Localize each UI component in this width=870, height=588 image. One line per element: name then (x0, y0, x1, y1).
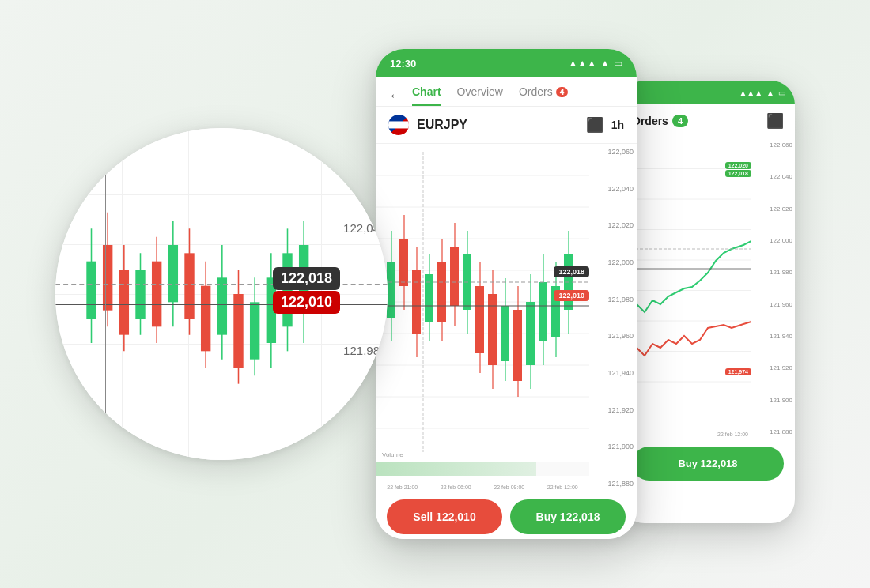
sec-bid-label: 121,974 (725, 368, 751, 375)
sec-buy-button[interactable]: Buy 122,018 (632, 447, 784, 481)
buy-button[interactable]: Buy 122,018 (510, 499, 626, 534)
sec-title: Orders (632, 115, 668, 127)
svg-rect-11 (168, 245, 178, 302)
y-val-6: 121,940 (592, 369, 634, 377)
sec-y-4: 121,980 (754, 269, 792, 276)
battery-icon: ▭ (614, 58, 622, 69)
svg-rect-63 (539, 282, 547, 341)
sec-y-1: 122,040 (754, 173, 792, 180)
tab-overview[interactable]: Overview (457, 85, 503, 106)
mag-y-label-bottom: 121,98 (343, 344, 380, 357)
status-bar: 12:30 ▲▲▲ ▲ ▭ (376, 49, 637, 77)
svg-rect-45 (425, 274, 433, 322)
sec-x-label: 22 feb 12:00 (717, 432, 751, 437)
back-button[interactable]: ← (388, 88, 403, 104)
y-val-3: 122,000 (592, 258, 634, 266)
volume-fill (376, 462, 536, 476)
sec-y-9: 121,880 (754, 428, 792, 435)
svg-rect-57 (501, 306, 509, 361)
price-bid-label: 122,010 (554, 290, 589, 301)
sec-chart-icon[interactable]: ⬛ (766, 112, 784, 130)
sec-ask-labels: 122,020 122,018 (725, 162, 751, 177)
sec-chart-area: 122,060 122,040 122,020 122,000 121,980 … (621, 138, 795, 439)
sec-battery-icon: ▭ (778, 89, 785, 97)
y-val-9: 121,880 (592, 480, 634, 488)
nav-tabs: Chart Overview Orders 4 (412, 85, 624, 106)
status-time: 12:30 (390, 58, 416, 70)
y-val-0: 122,060 (592, 148, 634, 156)
sec-wifi-icon: ▲ (766, 89, 774, 97)
tab-orders[interactable]: Orders 4 (519, 85, 568, 106)
sec-y-8: 121,900 (754, 397, 792, 404)
phone-main-container: 12:30 ▲▲▲ ▲ ▭ ← Chart Overview Orders (376, 49, 637, 539)
main-candle-chart (376, 144, 589, 460)
sec-ask-upper: 122,020 (725, 162, 751, 169)
svg-rect-9 (152, 262, 161, 327)
svg-rect-49 (450, 247, 459, 306)
sec-status-bar: ▲▲▲ ▲ ▭ (621, 81, 795, 104)
candlestick-icon[interactable]: ⬛ (586, 116, 603, 134)
svg-rect-39 (387, 262, 395, 318)
signal-icon: ▲ (600, 58, 610, 69)
sec-signal-icon: ▲▲▲ (739, 89, 762, 97)
tab-chart[interactable]: Chart (412, 85, 441, 106)
timeframe-label[interactable]: 1h (611, 119, 624, 131)
svg-rect-15 (201, 286, 210, 352)
y-val-7: 121,920 (592, 406, 634, 414)
x-val-0: 22 feb 21:00 (387, 484, 418, 490)
svg-rect-55 (488, 294, 497, 365)
sec-header-left: Orders 4 (632, 115, 688, 127)
svg-rect-19 (233, 294, 243, 368)
svg-rect-5 (119, 270, 129, 335)
orders-count-badge: 4 (672, 115, 688, 127)
sec-y-2: 122,020 (754, 205, 792, 213)
y-val-5: 121,960 (592, 332, 634, 340)
y-val-8: 121,900 (592, 443, 634, 450)
magnified-circle: 122,04 121,98 122,018 122,010 (55, 128, 388, 460)
status-icons: ▲▲▲ ▲ ▭ (568, 58, 622, 69)
chart-area: 122,060 122,040 122,020 122,000 121,980 … (376, 144, 637, 492)
action-buttons: Sell 122,010 Buy 122,018 (376, 492, 637, 539)
svg-rect-61 (526, 302, 535, 365)
y-val-4: 121,980 (592, 296, 634, 303)
svg-rect-53 (475, 286, 484, 353)
sec-y-axis: 122,060 122,040 122,020 122,000 121,980 … (751, 138, 795, 439)
volume-bar (376, 462, 589, 476)
svg-rect-47 (437, 262, 446, 322)
y-val-2: 122,020 (592, 221, 634, 229)
svg-rect-43 (412, 270, 421, 334)
price-ask-label: 122,018 (554, 266, 589, 277)
mag-ask-label: 122,018 (273, 267, 340, 290)
x-val-3: 22 feb 12:00 (547, 484, 578, 490)
crosshair-vertical (105, 128, 106, 460)
instrument-header: EURJPY ⬛ 1h (376, 107, 637, 144)
svg-rect-13 (184, 253, 194, 318)
sec-y-3: 122,000 (754, 237, 792, 244)
scene: 122,04 121,98 122,018 122,010 12:30 ▲▲▲ … (79, 25, 791, 563)
sec-y-7: 121,920 (754, 364, 792, 371)
svg-rect-3 (103, 245, 112, 311)
svg-rect-17 (218, 277, 227, 334)
sec-ask-lower: 122,018 (725, 170, 751, 177)
svg-rect-7 (135, 270, 145, 318)
chart-y-axis: 122,060 122,040 122,020 122,000 121,980 … (589, 144, 637, 492)
nav-bar: ← Chart Overview Orders 4 (376, 77, 637, 107)
phone-secondary: ▲▲▲ ▲ ▭ Orders 4 ⬛ 122,060 122,040 122,0… (621, 81, 795, 523)
instrument-name: EURJPY (417, 118, 578, 132)
sec-y-5: 121,960 (754, 301, 792, 308)
x-val-2: 22 feb 09:00 (494, 484, 524, 490)
svg-rect-41 (399, 239, 408, 286)
sec-header: Orders 4 ⬛ (621, 104, 795, 138)
wifi-icon: ▲▲▲ (568, 58, 596, 69)
svg-rect-21 (250, 302, 259, 359)
orders-badge: 4 (556, 87, 569, 97)
x-val-1: 22 feb 06:00 (441, 484, 471, 490)
mag-y-label-top: 122,04 (343, 221, 380, 235)
chart-x-axis: 22 feb 21:00 22 feb 06:00 22 feb 09:00 2… (376, 484, 589, 490)
phone-main: 12:30 ▲▲▲ ▲ ▭ ← Chart Overview Orders (376, 49, 637, 539)
svg-rect-59 (513, 310, 522, 381)
mag-bid-label: 122,010 (273, 291, 340, 314)
sec-y-0: 122,060 (754, 141, 792, 149)
sell-button[interactable]: Sell 122,010 (387, 499, 502, 534)
sec-y-6: 121,940 (754, 333, 792, 340)
